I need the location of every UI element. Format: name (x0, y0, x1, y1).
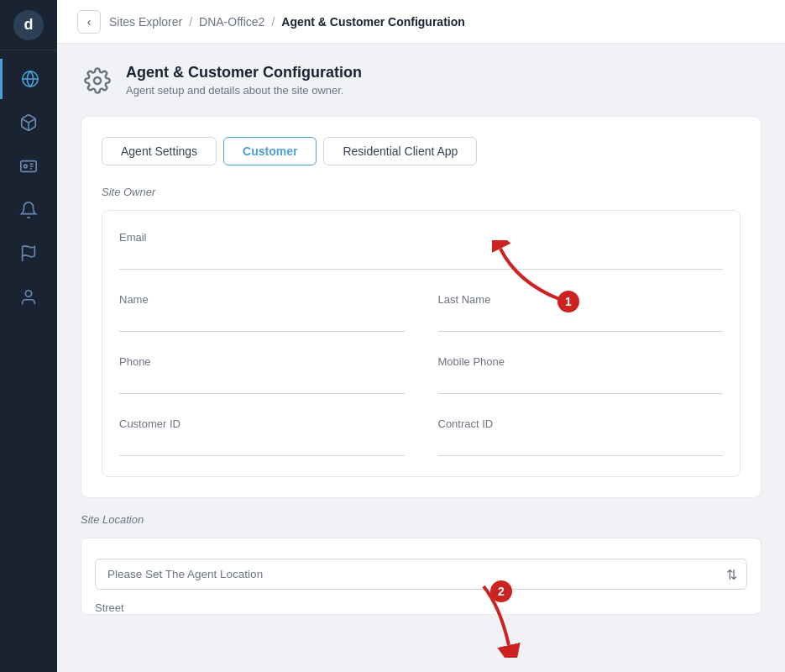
last-name-field-wrap: Last Name (438, 293, 724, 332)
breadcrumb-sep-1: / (189, 15, 192, 29)
sidebar-item-cube[interactable] (0, 102, 57, 143)
site-location-section: Site Location Please Set The Agent Locat… (81, 513, 761, 615)
tab-agent-settings[interactable]: Agent Settings (102, 137, 217, 165)
sidebar-item-bell[interactable] (0, 190, 57, 230)
name-field-wrap: Name (119, 293, 405, 332)
last-name-input[interactable] (438, 311, 724, 332)
tab-customer[interactable]: Customer (223, 137, 317, 165)
location-select-wrap: Please Set The Agent Location ⇅ (95, 559, 747, 590)
phone-label: Phone (119, 355, 405, 368)
customer-id-label: Customer ID (119, 417, 405, 430)
customer-id-input[interactable] (119, 435, 405, 456)
site-location-label: Site Location (81, 513, 761, 526)
phone-field-wrap: Phone (119, 355, 405, 394)
page-title: Agent & Customer Configuration (126, 64, 362, 81)
email-label: Email (119, 231, 723, 244)
sidebar: d (0, 0, 57, 672)
page-title-text: Agent & Customer Configuration Agent set… (126, 64, 362, 97)
agent-location-select[interactable]: Please Set The Agent Location (95, 559, 747, 590)
id-row: Customer ID Contract ID (119, 417, 723, 456)
app-logo: d (13, 10, 44, 40)
svg-point-6 (25, 291, 31, 297)
breadcrumb-current-page: Agent & Customer Configuration (281, 15, 465, 29)
name-row: Name Last Name (119, 293, 723, 332)
gear-icon (81, 64, 114, 97)
contract-id-input[interactable] (438, 435, 724, 456)
phone-input[interactable] (119, 373, 405, 394)
site-owner-section: Site Owner Email Name (102, 186, 741, 477)
email-field-wrap: Email (119, 231, 723, 270)
mobile-phone-label: Mobile Phone (438, 355, 724, 368)
street-label: Street (95, 601, 747, 614)
page-title-area: Agent & Customer Configuration Agent set… (81, 64, 761, 97)
sidebar-item-globe[interactable] (0, 59, 57, 99)
tab-bar: Agent Settings Customer Residential Clie… (102, 137, 741, 165)
sidebar-navigation (0, 50, 57, 318)
svg-rect-3 (21, 161, 36, 172)
customer-id-field-wrap: Customer ID (119, 417, 405, 456)
mobile-phone-field-wrap: Mobile Phone (438, 355, 724, 394)
page-body: Agent & Customer Configuration Agent set… (57, 44, 785, 672)
tab-residential-client-app[interactable]: Residential Client App (323, 137, 477, 165)
main-content: ‹ Sites Explorer / DNA-Office2 / Agent &… (57, 0, 785, 672)
breadcrumb-sites-explorer[interactable]: Sites Explorer (109, 15, 182, 29)
svg-point-4 (24, 165, 28, 168)
mobile-phone-input[interactable] (438, 373, 724, 394)
breadcrumb-sep-2: / (271, 15, 275, 29)
back-button[interactable]: ‹ (77, 10, 101, 34)
contract-id-field-wrap: Contract ID (438, 417, 724, 456)
sidebar-item-flag[interactable] (0, 234, 57, 274)
breadcrumb-dna-office2[interactable]: DNA-Office2 (199, 15, 264, 29)
email-input[interactable] (119, 249, 723, 270)
name-input[interactable] (119, 311, 405, 332)
phone-row: Phone Mobile Phone (119, 355, 723, 394)
site-owner-form: Email Name Last Name (102, 210, 741, 477)
svg-point-7 (94, 77, 101, 84)
contract-id-label: Contract ID (438, 417, 724, 430)
header: ‹ Sites Explorer / DNA-Office2 / Agent &… (57, 0, 785, 44)
sidebar-item-idcard[interactable] (0, 146, 57, 186)
site-owner-label: Site Owner (102, 186, 741, 198)
sidebar-logo: d (0, 0, 57, 50)
last-name-label: Last Name (438, 293, 724, 306)
page-subtitle: Agent setup and details about the site o… (126, 84, 362, 97)
sidebar-item-user[interactable] (0, 277, 57, 318)
breadcrumb: Sites Explorer / DNA-Office2 / Agent & C… (109, 15, 465, 29)
email-row: Email (119, 231, 723, 270)
main-card: Agent Settings Customer Residential Clie… (81, 116, 761, 498)
name-label: Name (119, 293, 405, 306)
